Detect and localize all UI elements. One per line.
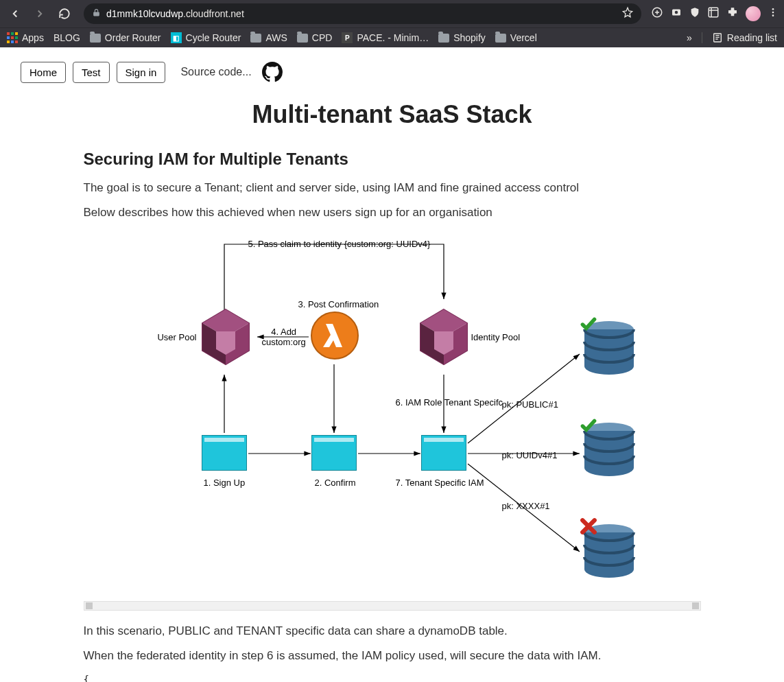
folder-icon [495, 34, 506, 43]
star-icon[interactable] [622, 7, 633, 21]
github-link[interactable] [261, 61, 283, 83]
apps-icon [7, 32, 18, 43]
menu-icon[interactable] [768, 7, 779, 21]
pk-uuid-label: pk: UUIDv4#1 [502, 450, 558, 460]
paragraph-3: In this scenario, PUBLIC and TENANT spec… [84, 624, 701, 638]
bookmark-aws[interactable]: AWS [250, 32, 287, 43]
bookmarks-overflow[interactable]: » [687, 32, 692, 43]
code-block: { "Condition": { "ForAllValues:StringLik… [84, 674, 701, 682]
bookmark-order-router[interactable]: Order Router [90, 32, 161, 43]
step-3-label: 3. Post Confirmation [298, 299, 379, 309]
section-heading: Securing IAM for Multiple Tenants [84, 150, 701, 169]
folder-icon [250, 34, 261, 43]
browser-chrome: d1mmk10lcvudwp.cloudfront.net Apps BLOG … [0, 0, 784, 47]
bookmark-cycle-router[interactable]: ◧Cycle Router [171, 32, 241, 43]
page-nav: Home Test Sign in Source code... [21, 61, 763, 83]
ext-icon-2[interactable] [670, 6, 682, 21]
bookmark-apps[interactable]: Apps [7, 32, 44, 43]
architecture-diagram: 5. Pass claim to identity {custom:org: U… [108, 231, 677, 594]
lock-icon [92, 8, 101, 20]
svg-point-4 [772, 8, 774, 10]
reload-button[interactable] [55, 4, 74, 23]
toolbar-extensions [651, 6, 779, 21]
bookmarks-bar: Apps BLOG Order Router ◧Cycle Router AWS… [0, 27, 784, 47]
intro-paragraph-2: Below describes how this achieved when n… [84, 206, 701, 220]
signin-button[interactable]: Sign in [117, 62, 166, 83]
profile-avatar[interactable] [746, 6, 761, 21]
horizontal-scrollbar[interactable] [84, 601, 701, 611]
cognito-user-pool-icon [197, 303, 255, 371]
folder-icon [438, 34, 449, 43]
svg-point-5 [772, 12, 774, 14]
ext-icon-1[interactable] [651, 6, 663, 21]
bookmark-blog[interactable]: BLOG [54, 32, 80, 43]
cognito-identity-pool-icon [415, 303, 473, 371]
extensions-icon[interactable] [726, 6, 739, 21]
reading-list[interactable]: Reading list [702, 32, 777, 43]
paragraph-4: When the federated identity in step 6 is… [84, 649, 701, 663]
user-pool-label: User Pool [149, 332, 197, 342]
page-body: Home Test Sign in Source code... Multi-t… [0, 47, 784, 682]
back-button[interactable] [5, 4, 25, 23]
svg-point-2 [675, 11, 678, 14]
site-icon: P [342, 32, 353, 43]
bookmark-shopify[interactable]: Shopify [438, 32, 486, 43]
svg-rect-3 [709, 8, 718, 17]
pk-public-label: pk: PUBLIC#1 [502, 399, 558, 410]
step-6-label: 6. IAM Role Tenant Specifc [396, 397, 503, 408]
ext-icon-3[interactable] [689, 6, 700, 21]
confirm-box [311, 435, 357, 471]
signup-label: 1. Sign Up [204, 478, 246, 488]
url-text: d1mmk10lcvudwp.cloudfront.net [106, 8, 617, 19]
identity-pool-label: Identity Pool [471, 332, 521, 342]
tenant-iam-box [421, 435, 466, 471]
bookmark-pace[interactable]: PPACE. - Minim… [342, 32, 429, 43]
url-bar[interactable]: d1mmk10lcvudwp.cloudfront.net [84, 3, 641, 24]
lambda-icon [311, 311, 359, 360]
ext-icon-4[interactable] [707, 6, 720, 21]
folder-icon [297, 34, 308, 43]
bookmark-cpd[interactable]: CPD [297, 32, 333, 43]
browser-toolbar: d1mmk10lcvudwp.cloudfront.net [0, 0, 784, 27]
home-button[interactable]: Home [21, 62, 66, 83]
check-icon [580, 417, 597, 435]
signup-box [202, 435, 247, 471]
check-icon [580, 316, 597, 333]
pk-xxxx-label: pk: XXXX#1 [502, 501, 550, 511]
folder-icon [90, 34, 101, 43]
site-icon: ◧ [171, 32, 182, 43]
bookmark-vercel[interactable]: Vercel [495, 32, 537, 43]
page-title: Multi-tenant SaaS Stack [84, 100, 701, 129]
svg-point-6 [772, 14, 774, 16]
test-button[interactable]: Test [73, 62, 110, 83]
intro-paragraph-1: The goal is to secure a Tenant; client a… [84, 181, 701, 195]
step-5-label: 5. Pass claim to identity {custom:org: U… [248, 239, 431, 249]
step-7-label: 7. Tenant Specific IAM [396, 478, 484, 488]
reading-list-icon [712, 32, 723, 43]
forward-button[interactable] [30, 4, 49, 23]
github-icon [262, 62, 283, 82]
confirm-label: 2. Confirm [315, 478, 356, 488]
step-4-label: 4. Add custom:org [262, 327, 306, 347]
source-code-label: Source code... [180, 66, 251, 78]
cross-icon [578, 516, 599, 537]
